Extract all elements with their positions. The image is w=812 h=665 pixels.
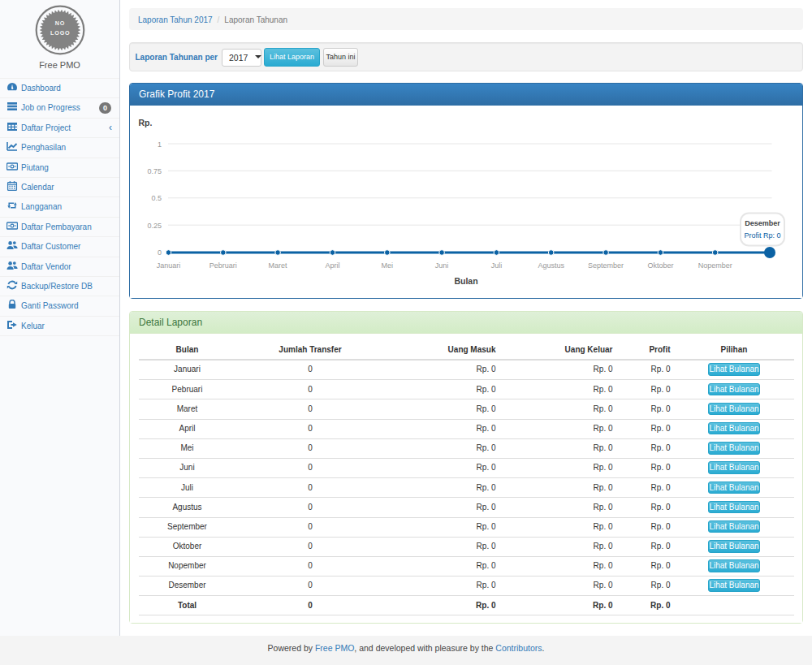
svg-text:NO: NO	[54, 19, 64, 27]
svg-text:September: September	[588, 261, 624, 270]
svg-text:Profit Rp: 0: Profit Rp: 0	[744, 231, 780, 240]
svg-text:0.5: 0.5	[151, 194, 162, 202]
svg-text:Agustus: Agustus	[538, 261, 564, 270]
svg-text:April: April	[325, 261, 339, 270]
svg-text:Mei: Mei	[382, 261, 394, 270]
svg-text:Rp.: Rp.	[139, 118, 153, 127]
svg-text:0: 0	[158, 248, 162, 257]
svg-text:Januari: Januari	[157, 261, 181, 270]
svg-text:Desember: Desember	[745, 219, 780, 227]
svg-text:0.75: 0.75	[147, 167, 162, 175]
svg-text:Bulan: Bulan	[454, 276, 477, 286]
svg-text:1: 1	[158, 140, 162, 149]
svg-text:Maret: Maret	[269, 261, 288, 270]
svg-text:Juni: Juni	[435, 261, 449, 270]
svg-text:LOGO: LOGO	[50, 29, 70, 37]
svg-text:0.25: 0.25	[147, 222, 162, 230]
svg-text:Nopember: Nopember	[698, 261, 732, 270]
svg-text:Oktober: Oktober	[647, 261, 673, 270]
svg-text:Juli: Juli	[491, 261, 503, 270]
svg-text:Pebruari: Pebruari	[209, 261, 237, 270]
